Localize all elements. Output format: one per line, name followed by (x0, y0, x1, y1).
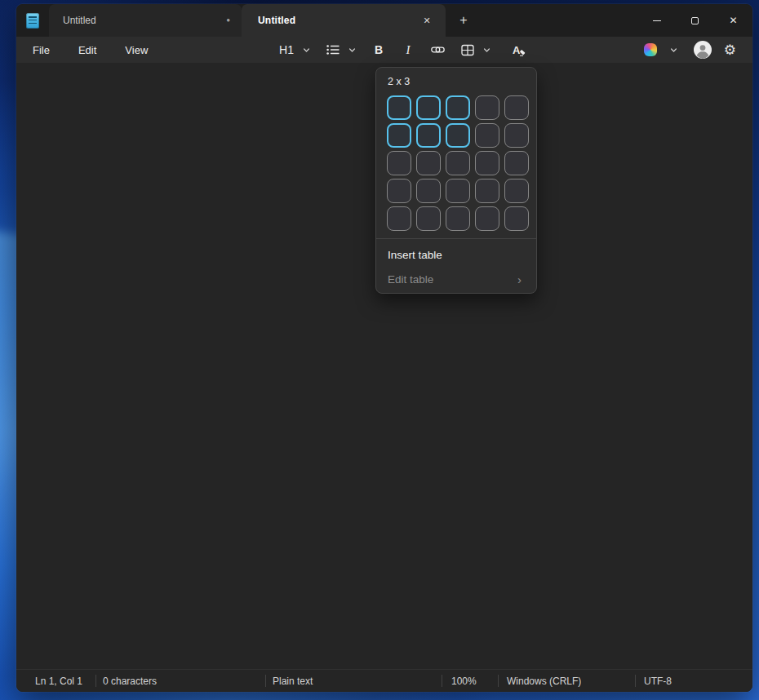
table-grid-cell[interactable] (475, 123, 499, 148)
status-document-format[interactable]: Plain text (266, 670, 442, 692)
tab-label: Untitled (258, 15, 418, 26)
insert-table-menu-item[interactable]: Insert table (376, 242, 536, 267)
clear-formatting-button[interactable]: A (508, 39, 530, 60)
table-grid-cell[interactable] (387, 123, 411, 148)
minimize-icon (653, 20, 661, 21)
table-grid-cell[interactable] (504, 95, 529, 120)
table-grid-cell[interactable] (475, 151, 499, 175)
edit-table-menu-item[interactable]: Edit table › (376, 267, 536, 291)
menu-bar: File Edit View (22, 41, 166, 60)
tab-untitled-1[interactable]: Untitled ● (49, 4, 242, 37)
table-grid-cell[interactable] (504, 179, 529, 203)
notepad-app-icon (26, 13, 39, 29)
table-grid-cell[interactable] (416, 95, 441, 120)
copilot-icon (644, 43, 657, 56)
submenu-chevron-icon: › (517, 273, 525, 286)
status-cursor-position: Ln 1, Col 1 (16, 670, 95, 692)
table-grid-cell[interactable] (446, 95, 470, 120)
maximize-button[interactable] (676, 4, 714, 37)
bold-button[interactable]: B (368, 39, 389, 60)
status-zoom-level[interactable]: 100% (442, 670, 498, 692)
bulleted-list-icon (326, 45, 340, 55)
link-button[interactable] (427, 39, 449, 60)
table-grid-cell[interactable] (446, 123, 470, 148)
formatting-toolbar: H1 B (275, 39, 530, 60)
tab-untitled-2[interactable]: Untitled ✕ (242, 4, 446, 37)
list-dropdown-chevron-icon[interactable] (345, 39, 360, 60)
toolbar: File Edit View H1 (16, 37, 752, 63)
menu-edit[interactable]: Edit (68, 41, 107, 60)
list-button[interactable] (322, 39, 344, 60)
table-grid-cell[interactable] (387, 206, 411, 231)
notepad-window: Untitled ● Untitled ✕ + ✕ File Edit View (16, 4, 752, 692)
svg-text:A: A (513, 44, 521, 56)
table-grid-cell[interactable] (475, 206, 499, 231)
toolbar-right-group: ⚙ (640, 39, 736, 60)
insert-table-label: Insert table (388, 249, 525, 261)
app-icon-wrap (16, 4, 49, 37)
copilot-dropdown-chevron-icon[interactable] (667, 39, 681, 60)
heading-dropdown-chevron-icon[interactable] (300, 39, 314, 60)
titlebar-drag-area (477, 4, 637, 37)
table-grid-cell[interactable] (387, 151, 411, 175)
status-line-ending[interactable]: Windows (CRLF) (499, 670, 635, 692)
table-grid-cell[interactable] (416, 123, 441, 148)
table-size-grid (376, 95, 536, 231)
menu-view[interactable]: View (114, 41, 158, 60)
status-bar: Ln 1, Col 1 0 characters Plain text 100%… (16, 669, 752, 692)
heading-button[interactable]: H1 (275, 39, 298, 60)
table-grid-cell[interactable] (387, 179, 411, 203)
table-grid-cell[interactable] (475, 179, 499, 203)
clear-formatting-icon: A (512, 44, 526, 56)
table-icon (461, 44, 474, 56)
tab-label: Untitled (63, 15, 226, 26)
settings-gear-icon[interactable]: ⚙ (724, 43, 736, 57)
menu-file[interactable]: File (22, 41, 60, 60)
maximize-icon (691, 17, 699, 24)
person-icon (694, 41, 712, 59)
table-size-label: 2 x 3 (376, 74, 536, 95)
table-grid-cell[interactable] (446, 151, 470, 175)
table-grid-cell[interactable] (446, 206, 470, 231)
close-tab-icon[interactable]: ✕ (418, 11, 436, 29)
link-icon (431, 44, 445, 55)
close-icon: ✕ (729, 15, 737, 26)
table-grid-cell[interactable] (416, 151, 441, 175)
table-grid-cell[interactable] (475, 95, 499, 120)
edit-table-label: Edit table (388, 273, 517, 286)
copilot-button[interactable] (640, 39, 661, 60)
table-grid-cell[interactable] (504, 123, 529, 148)
close-button[interactable]: ✕ (714, 4, 752, 37)
minimize-button[interactable] (637, 4, 676, 37)
heading-label: H1 (279, 43, 294, 56)
new-tab-button[interactable]: + (451, 9, 477, 32)
popup-divider (376, 238, 536, 239)
table-picker-popup: 2 x 3 Insert table Edit table › (375, 67, 537, 294)
status-character-count: 0 characters (96, 670, 265, 692)
table-grid-cell[interactable] (387, 95, 411, 120)
table-grid-cell[interactable] (504, 206, 529, 231)
table-grid-cell[interactable] (416, 206, 441, 231)
table-grid-cell[interactable] (416, 179, 441, 203)
table-grid-cell[interactable] (446, 179, 470, 203)
table-grid-cell[interactable] (504, 151, 529, 175)
italic-button[interactable]: I (397, 39, 419, 60)
unsaved-dot-icon: ● (226, 17, 230, 24)
status-encoding[interactable]: UTF-8 (636, 670, 752, 692)
table-button[interactable] (457, 39, 478, 60)
table-dropdown-chevron-icon[interactable] (480, 39, 495, 60)
account-button[interactable] (694, 41, 712, 59)
titlebar: Untitled ● Untitled ✕ + ✕ (16, 4, 752, 37)
desktop-wallpaper: Untitled ● Untitled ✕ + ✕ File Edit View (0, 0, 759, 700)
window-controls: ✕ (637, 4, 752, 37)
